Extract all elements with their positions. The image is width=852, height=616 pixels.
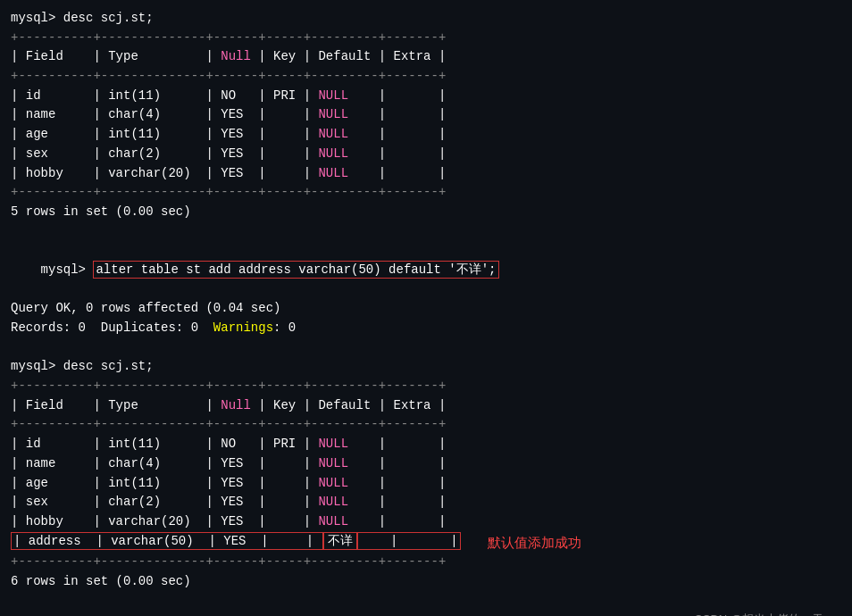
success-annotation: 默认值添加成功 [488,532,581,553]
query-ok-line: Query OK, 0 rows affected (0.04 sec) [11,299,841,319]
desc2-command: mysql> desc scj.st; [11,357,841,377]
address-row-highlight: | address | varchar(50) | YES | | [11,532,323,550]
separator-2: +----------+--------------+------+-----+… [11,67,841,87]
row-address-container: | address | varchar(50) | YES | | 不详 | |… [11,532,841,553]
watermark-text: CSDN @想当大佬的一天 [694,611,823,616]
rows-count-2: 6 rows in set (0.00 sec) [11,572,841,592]
not-detail-highlight: 不详 [323,532,357,550]
table-header-2: | Field | Type | Null | Key | Default | … [11,396,841,416]
blank-1 [11,222,841,242]
blank-2 [11,338,841,358]
rows-count-1: 5 rows in set (0.00 sec) [11,203,841,222]
row-id-2: | id | int(11) | NO | PRI | NULL | | [11,435,841,454]
separator-1: +----------+--------------+------+-----+… [11,29,841,48]
watermark-container: CSDN @想当大佬的一天 [11,611,841,616]
blank-3 [11,591,841,611]
row-sex-2: | sex | char(2) | YES | | NULL | | [11,493,841,512]
row-name-2: | name | char(4) | YES | | NULL | | [11,454,841,474]
separator-3: +----------+--------------+------+-----+… [11,183,841,203]
terminal-window: mysql> desc scj.st; +----------+--------… [0,0,852,616]
row-hobby-1: | hobby | varchar(20) | YES | | NULL | | [11,164,841,184]
row-id-1: | id | int(11) | NO | PRI | NULL | | [11,87,841,106]
row-hobby-2: | hobby | varchar(20) | YES | | NULL | | [11,512,841,532]
desc1-command: mysql> desc scj.st; [11,9,841,29]
separator-4: +----------+--------------+------+-----+… [11,377,841,396]
alter-command-line: mysql> alter table st add address varcha… [11,241,841,299]
table-header-1: | Field | Type | Null | Key | Default | … [11,47,841,67]
records-line: Records: 0 Duplicates: 0 Warnings: 0 [11,319,841,338]
row-age-2: | age | int(11) | YES | | NULL | | [11,474,841,494]
alter-command-highlight: alter table st add address varchar(50) d… [93,261,498,279]
separator-6: +----------+--------------+------+-----+… [11,553,841,572]
separator-5: +----------+--------------+------+-----+… [11,415,841,435]
address-row-end: | | [357,532,460,550]
row-name-1: | name | char(4) | YES | | NULL | | [11,105,841,125]
row-age-1: | age | int(11) | YES | | NULL | | [11,125,841,145]
row-sex-1: | sex | char(2) | YES | | NULL | | [11,145,841,164]
row-address-2: | address | varchar(50) | YES | | 不详 | | [11,532,461,552]
